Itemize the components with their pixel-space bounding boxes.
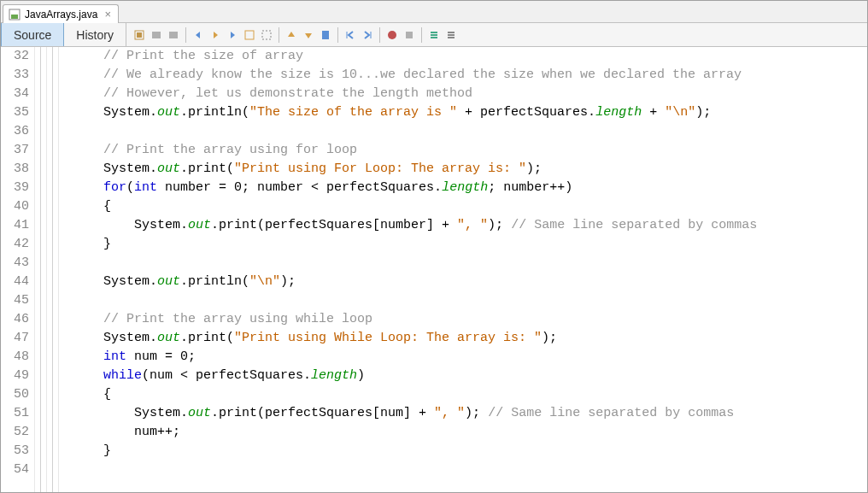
- code-line: [103, 122, 867, 141]
- code-line: // Print the array using for loop: [103, 141, 867, 160]
- code-line: [103, 254, 867, 273]
- code-line: }: [103, 235, 867, 254]
- nav-icon-3[interactable]: [225, 27, 240, 43]
- uncomment-icon[interactable]: [443, 27, 459, 43]
- code-line: {: [103, 385, 867, 404]
- file-tab-bar: JavaArrays.java ×: [1, 1, 867, 23]
- svg-rect-7: [262, 31, 271, 39]
- file-tab[interactable]: JavaArrays.java ×: [3, 4, 119, 23]
- line-number: 48: [4, 348, 29, 367]
- editor-toolbar: Source History: [1, 23, 867, 47]
- shift-left-icon[interactable]: [343, 27, 358, 43]
- find-next-icon[interactable]: [301, 27, 316, 43]
- line-number: 51: [4, 404, 29, 423]
- nav-forward-icon[interactable]: [208, 27, 223, 43]
- line-number: 37: [4, 141, 29, 160]
- nav-icon-5[interactable]: [259, 27, 274, 43]
- tab-history[interactable]: History: [64, 23, 126, 46]
- toolbar-icon-1[interactable]: [132, 27, 147, 43]
- find-prev-icon[interactable]: [284, 27, 299, 43]
- toolbar-separator: [185, 27, 186, 43]
- code-editor[interactable]: 3233343536373839404142434445464748495051…: [1, 47, 867, 492]
- code-line: System.out.print("Print using For Loop: …: [103, 160, 867, 179]
- code-line: [103, 291, 867, 310]
- bookmark-icon[interactable]: [318, 27, 333, 43]
- line-number: 53: [4, 442, 29, 461]
- code-line: System.out.print(perfectSquares[num] + "…: [103, 404, 867, 423]
- code-line: num++;: [103, 423, 867, 442]
- svg-rect-5: [169, 32, 178, 38]
- line-number: 41: [4, 216, 29, 235]
- toolbar-icon-group: [126, 23, 459, 46]
- code-line: // Print the array using while loop: [103, 310, 867, 329]
- line-number: 36: [4, 122, 29, 141]
- code-line: }: [103, 442, 867, 461]
- code-line: System.out.println("\n");: [103, 273, 867, 291]
- line-number: 40: [4, 197, 29, 216]
- line-number: 43: [4, 254, 29, 273]
- code-line: while(num < perfectSquares.length): [103, 367, 867, 385]
- fold-gutter-1: [35, 47, 47, 492]
- comment-icon[interactable]: [426, 27, 442, 43]
- svg-rect-1: [11, 15, 18, 19]
- line-number: 39: [4, 179, 29, 197]
- line-number: 35: [4, 103, 29, 122]
- code-line: System.out.print("Print using While Loop…: [103, 329, 867, 348]
- toolbar-icon-2[interactable]: [149, 27, 164, 43]
- code-line: System.out.print(perfectSquares[number] …: [103, 216, 867, 235]
- code-line: // We already know the size is 10...we d…: [103, 66, 867, 85]
- svg-rect-8: [322, 31, 329, 39]
- code-line: // However, let us demonstrate the lengt…: [103, 85, 867, 103]
- toolbar-separator: [421, 27, 422, 43]
- svg-rect-6: [245, 31, 254, 39]
- toolbar-icon-3[interactable]: [166, 27, 181, 43]
- java-file-icon: [9, 9, 21, 21]
- line-number: 38: [4, 160, 29, 179]
- code-area[interactable]: // Print the size of array// We already …: [59, 47, 867, 492]
- toolbar-separator: [379, 27, 380, 43]
- file-tab-label: JavaArrays.java: [25, 9, 97, 21]
- line-number: 45: [4, 291, 29, 310]
- line-number-gutter: 3233343536373839404142434445464748495051…: [1, 47, 35, 492]
- line-number: 44: [4, 273, 29, 291]
- fold-gutter-2: [47, 47, 59, 492]
- tab-source[interactable]: Source: [1, 23, 64, 46]
- code-line: for(int number = 0; number < perfectSqua…: [103, 179, 867, 197]
- line-number: 47: [4, 329, 29, 348]
- nav-back-icon[interactable]: [191, 27, 206, 43]
- shift-right-icon[interactable]: [360, 27, 375, 43]
- line-number: 46: [4, 310, 29, 329]
- nav-icon-4[interactable]: [242, 27, 257, 43]
- svg-rect-3: [137, 32, 142, 38]
- line-number: 32: [4, 47, 29, 66]
- line-number: 49: [4, 367, 29, 385]
- line-number: 42: [4, 235, 29, 254]
- toolbar-separator: [337, 27, 338, 43]
- record-icon[interactable]: [384, 27, 400, 43]
- stop-icon[interactable]: [402, 27, 417, 43]
- code-line: {: [103, 197, 867, 216]
- line-number: 52: [4, 423, 29, 442]
- svg-point-11: [388, 31, 396, 39]
- line-number: 54: [4, 461, 29, 479]
- code-line: [103, 461, 867, 479]
- close-icon[interactable]: ×: [104, 8, 111, 21]
- line-number: 34: [4, 85, 29, 103]
- code-line: System.out.println("The size of the arra…: [103, 103, 867, 122]
- code-line: // Print the size of array: [103, 47, 867, 66]
- line-number: 50: [4, 385, 29, 404]
- toolbar-separator: [279, 27, 279, 43]
- svg-rect-12: [406, 32, 413, 38]
- svg-rect-4: [152, 32, 161, 38]
- code-line: int num = 0;: [103, 348, 867, 367]
- line-number: 33: [4, 66, 29, 85]
